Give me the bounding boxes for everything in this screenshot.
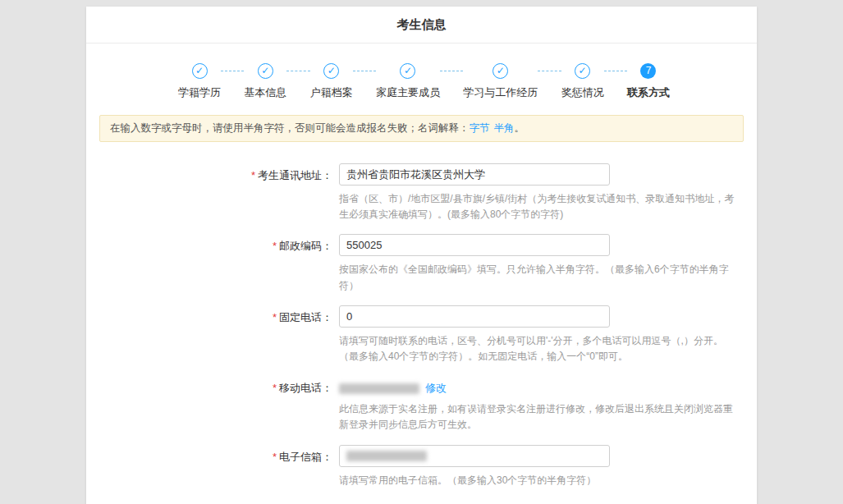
postcode-row: *邮政编码： 按国家公布的《全国邮政编码》填写。只允许输入半角字符。（最多输入6… bbox=[86, 234, 757, 293]
check-icon: ✓ bbox=[323, 63, 339, 79]
required-asterisk: * bbox=[273, 240, 277, 252]
email-row: *电子信箱： 请填写常用的电子信箱。（最多输入30个字节的半角字符） bbox=[86, 445, 757, 488]
mobile-help-text: 此信息来源于实名注册，如有误请登录实名注册进行修改，修改后退出系统且关闭浏览器重… bbox=[339, 401, 742, 433]
step-label: 奖惩情况 bbox=[561, 85, 604, 100]
field-label-text: 邮政编码： bbox=[279, 240, 332, 252]
step-contact-info[interactable]: 7 联系方式 bbox=[627, 63, 670, 100]
postcode-label: *邮政编码： bbox=[86, 234, 332, 293]
step-label: 户籍档案 bbox=[310, 85, 353, 100]
notice-suffix: 。 bbox=[515, 122, 525, 134]
byte-term-link[interactable]: 字节 bbox=[470, 122, 490, 134]
step-label: 学籍学历 bbox=[178, 85, 221, 100]
address-label: *考生通讯地址： bbox=[86, 163, 332, 222]
step-label: 家庭主要成员 bbox=[376, 85, 440, 100]
redacted-email-value bbox=[346, 451, 427, 461]
step-label: 联系方式 bbox=[627, 85, 670, 100]
required-asterisk: * bbox=[273, 382, 277, 394]
check-icon: ✓ bbox=[493, 63, 508, 79]
contact-info-form: *考生通讯地址： 指省（区、市）/地市区盟/县市旗/乡镇/街村（为考生接收复试通… bbox=[86, 163, 757, 504]
wizard-stepper: ✓ 学籍学历 ✓ 基本信息 ✓ 户籍档案 ✓ 家庭主要成员 ✓ 学习与工作经历 … bbox=[86, 44, 757, 100]
address-help-text: 指省（区、市）/地市区盟/县市旗/乡镇/街村（为考生接收复试通知书、录取通知书地… bbox=[339, 191, 742, 222]
landline-label: *固定电话： bbox=[86, 305, 332, 364]
landline-row: *固定电话： 请填写可随时联系的电话，区号、分机号可以用'-'分开，多个电话可以… bbox=[86, 305, 757, 364]
step-connector bbox=[286, 71, 309, 71]
field-label-text: 移动电话： bbox=[279, 382, 332, 394]
halfwidth-term-link[interactable]: 半角 bbox=[494, 122, 515, 134]
step-connector bbox=[353, 71, 376, 71]
email-help-text: 请填写常用的电子信箱。（最多输入30个字节的半角字符） bbox=[339, 473, 742, 488]
landline-input[interactable] bbox=[339, 305, 610, 328]
landline-help-text: 请填写可随时联系的电话，区号、分机号可以用'-'分开，多个电话可以用逗号（,）分… bbox=[339, 333, 742, 364]
page-title: 考生信息 bbox=[86, 7, 757, 44]
check-icon: ✓ bbox=[192, 63, 208, 79]
check-icon: ✓ bbox=[575, 63, 590, 79]
field-label-text: 电子信箱： bbox=[279, 451, 332, 463]
email-input[interactable] bbox=[339, 445, 610, 467]
check-icon: ✓ bbox=[400, 63, 415, 79]
step-study-work-experience[interactable]: ✓ 学习与工作经历 bbox=[463, 63, 538, 100]
postcode-input[interactable] bbox=[339, 234, 610, 256]
edit-mobile-link[interactable]: 修改 bbox=[425, 382, 447, 394]
notice-text: 在输入数字或字母时，请使用半角字符，否则可能会造成报名失败；名词解释： bbox=[110, 122, 470, 134]
step-education-status[interactable]: ✓ 学籍学历 bbox=[178, 63, 221, 100]
step-connector bbox=[538, 71, 561, 71]
required-asterisk: * bbox=[273, 311, 277, 323]
step-connector bbox=[221, 71, 244, 71]
candidate-info-card: 考生信息 ✓ 学籍学历 ✓ 基本信息 ✓ 户籍档案 ✓ 家庭主要成员 ✓ 学习与… bbox=[86, 7, 757, 504]
step-household-registration[interactable]: ✓ 户籍档案 bbox=[310, 63, 353, 100]
field-label-text: 固定电话： bbox=[279, 311, 332, 323]
step-number-badge: 7 bbox=[640, 63, 656, 79]
step-rewards-punishments[interactable]: ✓ 奖惩情况 bbox=[561, 63, 604, 100]
postcode-help-text: 按国家公布的《全国邮政编码》填写。只允许输入半角字符。（最多输入6个字节的半角字… bbox=[339, 262, 742, 293]
step-label: 基本信息 bbox=[244, 85, 286, 100]
address-input[interactable] bbox=[339, 163, 610, 186]
mobile-label: *移动电话： bbox=[86, 376, 332, 433]
field-label-text: 考生通讯地址： bbox=[258, 169, 332, 181]
step-connector bbox=[604, 71, 627, 71]
step-basic-info[interactable]: ✓ 基本信息 bbox=[244, 63, 286, 100]
email-label: *电子信箱： bbox=[86, 445, 332, 488]
step-label: 学习与工作经历 bbox=[463, 85, 538, 100]
mobile-row: *移动电话： 修改 此信息来源于实名注册，如有误请登录实名注册进行修改，修改后退… bbox=[86, 376, 757, 433]
step-family-members[interactable]: ✓ 家庭主要成员 bbox=[376, 63, 440, 100]
required-asterisk: * bbox=[251, 169, 255, 181]
step-connector bbox=[440, 71, 463, 71]
required-asterisk: * bbox=[273, 451, 277, 463]
halfwidth-notice-bar: 在输入数字或字母时，请使用半角字符，否则可能会造成报名失败；名词解释：字节半角。 bbox=[99, 115, 744, 142]
redacted-mobile-number bbox=[339, 383, 419, 394]
check-icon: ✓ bbox=[258, 63, 273, 79]
address-row: *考生通讯地址： 指省（区、市）/地市区盟/县市旗/乡镇/街村（为考生接收复试通… bbox=[86, 163, 757, 222]
